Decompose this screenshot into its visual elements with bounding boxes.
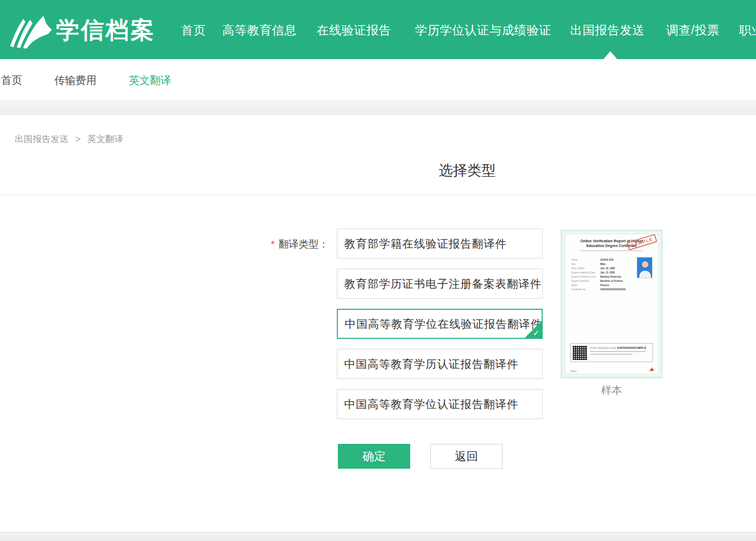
- site-logo[interactable]: 学信档案: [6, 10, 155, 51]
- field-label: Name: [571, 259, 600, 261]
- subnav-item-english-translation[interactable]: 英文翻译: [129, 73, 171, 88]
- page-title: 选择类型: [335, 161, 599, 180]
- field-label: Degree Awarding Date: [571, 271, 600, 274]
- top-nav-bar: 学信档案 首页 高等教育信息 在线验证报告 学历学位认证与成绩验证 出国报告发送…: [0, 0, 756, 59]
- active-nav-arrow-icon: [603, 51, 617, 59]
- sample-doc-fields: NameXXXXX XXX SexMale Date of BirthJan. …: [571, 258, 632, 291]
- field-label: Date of Birth: [571, 267, 600, 270]
- photo-shoulders: [639, 271, 651, 278]
- field-value: Bachelor of Science: [600, 280, 623, 282]
- field-label: Sex: [571, 263, 600, 265]
- field-value: Jan. 11, 2005: [600, 271, 615, 274]
- field-value: Physics: [600, 284, 609, 287]
- sample-stamp: SAMPLE: [627, 234, 657, 251]
- qr-code-icon: [573, 346, 587, 360]
- verification-text: Online Verification Code: XXEN00000SAMPL…: [590, 346, 650, 355]
- subnav-item-transfer-fee[interactable]: 传输费用: [54, 73, 97, 88]
- option-degree-online-verification-translation[interactable]: 中国高等教育学位在线验证报告翻译件: [337, 309, 543, 339]
- confirm-button[interactable]: 确定: [338, 444, 410, 469]
- secondary-nav-bar: 首页 传输费用 英文翻译: [0, 59, 756, 100]
- option-label: 中国高等教育学位在线验证报告翻译件: [345, 317, 542, 331]
- sample-document-card: Online Verification Report of Higher Edu…: [565, 234, 658, 374]
- sample-doc-subtitle-line: [580, 250, 643, 251]
- back-button[interactable]: 返回: [430, 444, 503, 469]
- field-value: Jan. 10, 1982: [600, 267, 615, 270]
- placeholder-line: [590, 351, 646, 352]
- nav-item-overseas-report-sending[interactable]: 出国报告发送: [570, 22, 645, 39]
- sample-photo: [637, 257, 653, 278]
- notes-label: Notes:: [570, 370, 577, 373]
- field-value: XXXXXXXXXXXXXXXX: [600, 288, 626, 291]
- option-label: 教育部学籍在线验证报告翻译件: [344, 236, 507, 251]
- field-label: Degree Conferring Unit: [571, 276, 600, 278]
- option-xueji-online-verification-translation[interactable]: 教育部学籍在线验证报告翻译件: [337, 229, 543, 259]
- required-asterisk: *: [271, 239, 275, 250]
- placeholder-line: [590, 354, 632, 355]
- title-divider: [0, 195, 756, 195]
- translation-type-label: *翻译类型：: [271, 238, 328, 251]
- breadcrumb-separator: >: [75, 134, 81, 144]
- field-value: Nanjing University: [600, 276, 621, 278]
- field-value: Male: [600, 263, 606, 265]
- notes-section: Notes:: [570, 365, 653, 374]
- nav-item-career-assessment[interactable]: 职业测评: [739, 22, 756, 39]
- option-xueli-authentication-translation[interactable]: 中国高等教育学历认证报告翻译件: [337, 349, 543, 379]
- nav-item-credential-authentication[interactable]: 学历学位认证与成绩验证: [415, 22, 552, 39]
- field-value: XXXXX XXX: [600, 259, 613, 261]
- verification-code: XXEN00000SAMPLE: [617, 346, 647, 349]
- nav-item-higher-education-info[interactable]: 高等教育信息: [222, 22, 297, 39]
- sample-caption: 样本: [561, 383, 663, 397]
- photo-head: [642, 261, 648, 268]
- sample-document-preview: Online Verification Report of Higher Edu…: [561, 230, 663, 378]
- page: 学信档案 首页 高等教育信息 在线验证报告 学历学位认证与成绩验证 出国报告发送…: [0, 0, 756, 541]
- verification-box: Online Verification Code: XXEN00000SAMPL…: [570, 343, 653, 362]
- option-degree-authentication-translation[interactable]: 中国高等教育学位认证报告翻译件: [337, 389, 543, 419]
- breadcrumb-english-translation[interactable]: 英文翻译: [87, 134, 123, 144]
- option-label: 中国高等教育学位认证报告翻译件: [344, 397, 518, 412]
- nav-item-online-verification-report[interactable]: 在线验证报告: [317, 22, 391, 39]
- divider-band: [0, 100, 756, 115]
- breadcrumb: 出国报告发送 > 英文翻译: [15, 133, 123, 145]
- check-icon: [533, 328, 540, 338]
- option-diploma-e-registration-translation[interactable]: 教育部学历证书电子注册备案表翻译件: [337, 269, 543, 299]
- subnav-item-home[interactable]: 首页: [1, 73, 22, 88]
- field-label: Major: [571, 284, 600, 287]
- field-label: Certificate No.: [571, 288, 600, 291]
- logo-text: 学信档案: [56, 15, 155, 46]
- pages-fan-icon: [6, 10, 54, 51]
- option-label: 教育部学历证书电子注册备案表翻译件: [344, 277, 542, 291]
- option-label: 中国高等教育学历认证报告翻译件: [344, 357, 518, 372]
- field-label: Degree Awarded: [571, 280, 600, 282]
- nav-item-home[interactable]: 首页: [181, 22, 206, 39]
- verification-label: Online Verification Code:: [590, 347, 617, 349]
- footer-strip: [0, 532, 756, 541]
- breadcrumb-overseas-report[interactable]: 出国报告发送: [15, 134, 69, 144]
- nav-item-survey-vote[interactable]: 调查/投票: [666, 22, 720, 39]
